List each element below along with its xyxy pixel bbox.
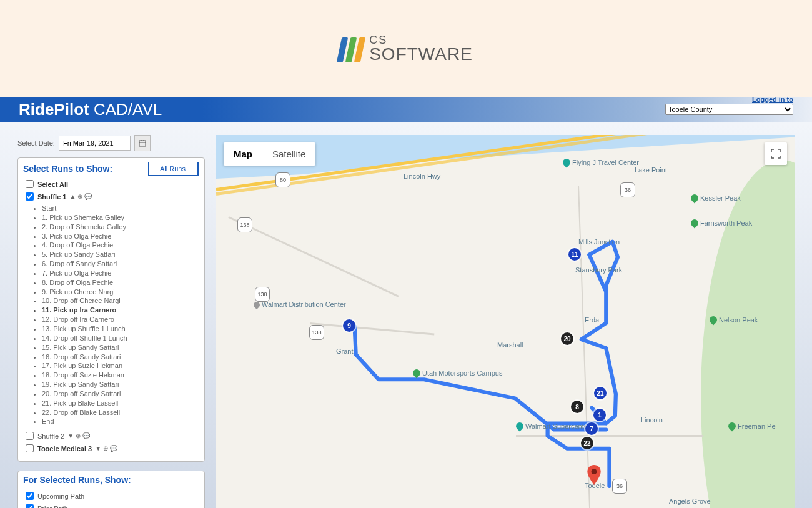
stop-pin[interactable]: 11 bbox=[568, 248, 581, 261]
date-label: Select Date: bbox=[17, 139, 55, 147]
run-checkbox-row: Shuffle 1▲ ⊕ 💬 bbox=[23, 191, 199, 202]
map-label: Utah Motorsports Campus bbox=[413, 369, 502, 377]
stop-pin[interactable]: 22 bbox=[581, 437, 593, 449]
county-select[interactable]: Tooele County bbox=[665, 104, 793, 115]
map-type-satellite[interactable]: Satellite bbox=[262, 142, 315, 166]
stop-item[interactable]: 22. Drop off Blake Lassell bbox=[42, 408, 199, 417]
show-option-row: Prior Path bbox=[23, 502, 199, 508]
stop-item[interactable]: Start bbox=[42, 204, 199, 213]
stop-item[interactable]: 5. Pick up Sandy Sattari bbox=[42, 250, 199, 259]
highway-badge: 138 bbox=[255, 287, 270, 302]
map-label: Kessler Peak bbox=[691, 194, 741, 202]
map[interactable]: Lincoln HwyFlying J Travel CenterLake Po… bbox=[216, 135, 795, 508]
logged-in-link[interactable]: Logged in to bbox=[752, 96, 793, 103]
route-path bbox=[216, 135, 795, 508]
map-label: Angels Grove bbox=[669, 497, 711, 505]
stop-pin[interactable]: 20 bbox=[561, 332, 573, 345]
stop-item[interactable]: 15. Pick up Sandy Sattari bbox=[42, 343, 199, 352]
app-title: RidePilot CAD/AVL bbox=[19, 100, 162, 119]
date-input[interactable] bbox=[59, 136, 131, 151]
stop-item[interactable]: 13. Pick up Shuffle 1 Lunch bbox=[42, 324, 199, 334]
run-label: Select All bbox=[37, 181, 68, 188]
stop-item[interactable]: End bbox=[42, 417, 199, 426]
brand-strip: CS SOFTWARE bbox=[0, 0, 812, 97]
stop-item[interactable]: 7. Pick up Olga Pechie bbox=[42, 269, 199, 278]
current-location-pin bbox=[587, 465, 601, 485]
run-checkbox[interactable] bbox=[26, 192, 34, 201]
map-label: Erda bbox=[585, 316, 599, 324]
stop-item[interactable]: 2. Drop off Shemeka Galley bbox=[42, 222, 199, 232]
map-label: Lincoln Hwy bbox=[404, 172, 440, 180]
map-label: Marshall bbox=[497, 341, 523, 349]
highway-badge: 80 bbox=[275, 172, 290, 187]
app-title-rest: CAD/AVL bbox=[89, 100, 162, 119]
stop-item[interactable]: 10. Drop off Cheree Nargi bbox=[42, 296, 199, 306]
run-checkbox-row: Shuffle 2▼ ⊕ 💬 bbox=[23, 430, 199, 442]
highway-badge: 138 bbox=[237, 217, 252, 232]
stop-item[interactable]: 1. Pick up Shemeka Galley bbox=[42, 213, 199, 222]
map-label: Grant bbox=[336, 347, 354, 355]
runs-panel-title: Select Runs to Show: bbox=[23, 164, 112, 174]
highway-badge: 36 bbox=[620, 182, 635, 197]
svg-rect-0 bbox=[139, 141, 146, 146]
stop-item[interactable]: 11. Pick up Ira Carnero bbox=[42, 306, 199, 315]
run-checkbox[interactable] bbox=[26, 432, 34, 440]
stop-item[interactable]: 19. Pick up Sandy Sattari bbox=[42, 380, 199, 389]
map-type-map[interactable]: Map bbox=[224, 142, 262, 166]
show-panel-title: For Selected Runs, Show: bbox=[23, 475, 199, 485]
calendar-button[interactable] bbox=[134, 135, 151, 151]
map-label: Stansbury Park bbox=[575, 266, 622, 274]
svg-point-4 bbox=[592, 469, 597, 474]
run-label: Shuffle 1 bbox=[37, 193, 66, 201]
stop-item[interactable]: 4. Drop off Olga Pechie bbox=[42, 241, 199, 250]
run-checkbox[interactable] bbox=[26, 180, 34, 188]
run-checkbox-row: Tooele Medical 3▼ ⊕ 💬 bbox=[23, 442, 199, 454]
app-header: RidePilot CAD/AVL Logged in to Tooele Co… bbox=[0, 97, 812, 122]
stop-pin[interactable]: 7 bbox=[585, 422, 598, 435]
map-label: Walmart Distribution Center bbox=[254, 301, 346, 308]
show-option-checkbox[interactable] bbox=[26, 504, 34, 508]
fullscreen-button[interactable] bbox=[765, 142, 787, 165]
run-checkbox[interactable] bbox=[26, 444, 34, 452]
brand-software: SOFTWARE bbox=[369, 46, 473, 63]
map-type-control: Map Satellite bbox=[224, 142, 315, 166]
map-label: Flying J Travel Center bbox=[563, 159, 639, 166]
show-option-checkbox[interactable] bbox=[26, 492, 34, 500]
show-option-row: Upcoming Path bbox=[23, 490, 199, 502]
stop-item[interactable]: 20. Drop off Sandy Sattari bbox=[42, 389, 199, 399]
map-label: Farnsworth Peak bbox=[691, 219, 752, 227]
highway-badge: 138 bbox=[309, 325, 324, 340]
stop-item[interactable]: 8. Drop off Olga Pechie bbox=[42, 278, 199, 287]
stop-pin[interactable]: 8 bbox=[571, 401, 583, 413]
run-action-icons[interactable]: ▲ ⊕ 💬 bbox=[69, 193, 91, 200]
stop-item[interactable]: 6. Drop off Sandy Sattari bbox=[42, 259, 199, 269]
stop-pin[interactable]: 1 bbox=[593, 409, 606, 421]
highway-badge: 36 bbox=[612, 479, 627, 494]
stop-item[interactable]: 16. Drop off Sandy Sattari bbox=[42, 352, 199, 362]
map-label: Nelson Peak bbox=[710, 316, 758, 324]
brand-logo: CS SOFTWARE bbox=[339, 34, 473, 63]
map-label: Lake Point bbox=[635, 166, 667, 174]
run-label: Shuffle 2 bbox=[37, 432, 64, 440]
runs-panel: Select Runs to Show: All Runs Select All… bbox=[17, 157, 205, 462]
stop-item[interactable]: 9. Pick up Cheree Nargi bbox=[42, 287, 199, 297]
stop-pin[interactable]: 21 bbox=[594, 387, 607, 399]
app-title-bold: RidePilot bbox=[19, 100, 89, 119]
map-label: Lincoln bbox=[641, 416, 663, 424]
stop-item[interactable]: 21. Pick up Blake Lassell bbox=[42, 399, 199, 408]
run-checkbox-row: Select All bbox=[23, 178, 199, 190]
stop-item[interactable]: 17. Pick up Suzie Hekman bbox=[42, 361, 199, 371]
all-runs-button[interactable]: All Runs bbox=[148, 162, 199, 176]
stop-item[interactable]: 12. Drop off Ira Carnero bbox=[42, 315, 199, 324]
stop-item[interactable]: 14. Drop off Shuffle 1 Lunch bbox=[42, 334, 199, 343]
run-label: Tooele Medical 3 bbox=[37, 445, 92, 452]
map-label: Walmart Supercenter bbox=[516, 422, 590, 430]
left-column: Select Date: Select Runs to Show: All Ru… bbox=[17, 135, 205, 508]
run-action-icons[interactable]: ▼ ⊕ 💬 bbox=[67, 432, 89, 439]
fullscreen-icon bbox=[771, 149, 781, 159]
stop-pin[interactable]: 9 bbox=[343, 319, 355, 332]
run-action-icons[interactable]: ▼ ⊕ 💬 bbox=[95, 445, 117, 452]
stop-item[interactable]: 3. Pick up Olga Pechie bbox=[42, 232, 199, 241]
body-area: Select Date: Select Runs to Show: All Ru… bbox=[0, 122, 812, 508]
stop-item[interactable]: 18. Drop off Suzie Hekman bbox=[42, 371, 199, 380]
